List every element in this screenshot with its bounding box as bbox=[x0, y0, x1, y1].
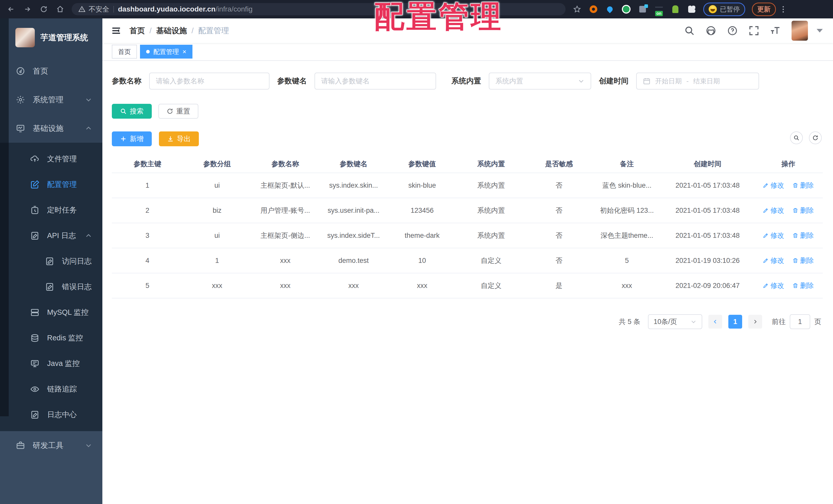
orange-ring-extension-icon[interactable] bbox=[589, 4, 598, 14]
prev-page-button[interactable] bbox=[708, 315, 722, 329]
laughing-emoji-icon bbox=[709, 5, 717, 13]
page-size-select[interactable]: 10条/页 bbox=[648, 314, 702, 329]
update-button[interactable]: 更新 bbox=[752, 3, 776, 16]
date-end-placeholder: 结束日期 bbox=[693, 77, 720, 86]
current-page-button[interactable]: 1 bbox=[728, 315, 742, 329]
param-key-input[interactable] bbox=[321, 77, 429, 85]
sidebar-item-dev-tools[interactable]: 研发工具 bbox=[0, 431, 102, 460]
goto-page-input[interactable] bbox=[790, 314, 810, 329]
help-icon[interactable] bbox=[727, 25, 738, 36]
fullscreen-icon[interactable] bbox=[748, 25, 759, 36]
font-size-icon[interactable] bbox=[770, 25, 781, 36]
sidebar-item-redis-monitor[interactable]: Redis 监控 bbox=[0, 325, 102, 351]
sidebar-item-infra[interactable]: 基础设施 bbox=[0, 114, 102, 143]
bookmark-star-icon[interactable] bbox=[572, 4, 582, 14]
chevron-left-icon bbox=[712, 319, 718, 325]
sidebar-item-mysql-monitor[interactable]: MySQL 监控 bbox=[0, 300, 102, 325]
site-security-chip[interactable]: 不安全 bbox=[78, 5, 109, 14]
sidebar-item-file-management[interactable]: 文件管理 bbox=[0, 146, 102, 172]
col-builtin: 系统内置 bbox=[456, 155, 525, 173]
breadcrumb-infra[interactable]: 基础设施 bbox=[156, 26, 187, 36]
breadcrumb-home[interactable]: 首页 bbox=[129, 26, 145, 36]
sidebar-item-tracing[interactable]: 链路追踪 bbox=[0, 376, 102, 402]
table-row: 1 ui 主框架页-默认... sys.index.skin... skin-b… bbox=[112, 173, 823, 198]
hamburger-icon[interactable] bbox=[111, 26, 121, 36]
cell-remark: xxx bbox=[592, 273, 661, 298]
tab-home[interactable]: 首页 bbox=[112, 45, 137, 58]
date-range-picker[interactable]: 开始日期 - 结束日期 bbox=[636, 73, 759, 90]
cell-param-name: 用户管理-账号... bbox=[251, 198, 319, 223]
pagination: 共 5 条 10条/页 1 前往 页 bbox=[112, 314, 823, 329]
sidebar-item-java-monitor[interactable]: Java 监控 bbox=[0, 351, 102, 376]
close-tab-icon[interactable]: × bbox=[183, 48, 186, 55]
sidebar-item-config-management[interactable]: 配置管理 bbox=[0, 172, 102, 197]
delete-link[interactable]: 删除 bbox=[792, 256, 814, 265]
overlay-page-title: 配置管理 bbox=[374, 0, 503, 37]
refresh-table-button[interactable] bbox=[809, 131, 822, 144]
next-page-button[interactable] bbox=[748, 315, 762, 329]
cell-builtin: 系统内置 bbox=[456, 198, 525, 223]
sidebar-submenu-infra: 文件管理 配置管理 定时任务 API 日志 访问日志 错误日志 bbox=[0, 143, 102, 431]
param-name-label: 参数名称 bbox=[112, 76, 142, 86]
builtin-select[interactable]: 系统内置 bbox=[489, 73, 591, 90]
col-created: 创建时间 bbox=[661, 155, 754, 173]
table-row: 4 1 xxx demo.test 10 自定义 否 5 2021-01-19 … bbox=[112, 248, 823, 273]
sidebar-item-log-center[interactable]: 日志中心 bbox=[0, 402, 102, 428]
avatar-caret-down-icon[interactable] bbox=[817, 29, 823, 32]
delete-link[interactable]: 删除 bbox=[792, 281, 814, 290]
date-start-placeholder: 开始日期 bbox=[655, 77, 682, 86]
search-button[interactable]: 搜索 bbox=[112, 104, 152, 119]
hide-search-button[interactable] bbox=[790, 131, 803, 144]
tab-config-management[interactable]: 配置管理 × bbox=[140, 45, 192, 58]
browser-reload-icon[interactable] bbox=[39, 4, 49, 14]
cell-param-group: ui bbox=[183, 173, 251, 198]
sidebar-item-access-log[interactable]: 访问日志 bbox=[0, 249, 102, 274]
sidebar-item-error-log[interactable]: 错误日志 bbox=[0, 274, 102, 300]
cell-sensitive: 否 bbox=[526, 198, 592, 223]
delete-link[interactable]: 删除 bbox=[792, 206, 814, 215]
edit-link[interactable]: 修改 bbox=[763, 281, 784, 290]
trash-icon bbox=[792, 207, 799, 213]
breadcrumb: 首页 / 基础设施 / 配置管理 bbox=[129, 26, 229, 36]
edit-link[interactable]: 修改 bbox=[763, 231, 784, 240]
blue-cube-extension-icon[interactable] bbox=[638, 4, 647, 14]
cell-param-id: 3 bbox=[112, 223, 183, 248]
delete-link[interactable]: 删除 bbox=[792, 181, 814, 190]
sidebar-item-home[interactable]: 首页 bbox=[0, 57, 102, 85]
blue-pin-extension-icon[interactable] bbox=[605, 4, 615, 14]
export-button[interactable]: 导出 bbox=[159, 131, 199, 146]
delete-link[interactable]: 删除 bbox=[792, 231, 814, 240]
adblock-extension-icon[interactable]: on bbox=[654, 4, 664, 14]
reset-button[interactable]: 重置 bbox=[159, 104, 198, 119]
user-avatar[interactable] bbox=[791, 21, 808, 41]
browser-home-icon[interactable] bbox=[55, 4, 65, 14]
edit-link[interactable]: 修改 bbox=[763, 181, 784, 190]
table-row: 5 xxx xxx xxx xxx 自定义 是 xxx 2021-02-09 2… bbox=[112, 273, 823, 298]
plus-icon bbox=[120, 135, 127, 142]
edit-pen-icon bbox=[763, 207, 769, 213]
param-name-input[interactable] bbox=[156, 77, 263, 85]
green-check-extension-icon[interactable] bbox=[621, 4, 631, 14]
logo-image bbox=[15, 28, 35, 47]
browser-menu-icon[interactable] bbox=[783, 6, 784, 12]
sidebar-item-scheduled-jobs[interactable]: 定时任务 bbox=[0, 197, 102, 223]
puzzle-extension-icon[interactable] bbox=[687, 4, 697, 14]
browser-forward-icon[interactable] bbox=[23, 4, 32, 14]
refresh-icon bbox=[167, 108, 173, 115]
cell-created: 2021-01-05 17:03:48 bbox=[661, 198, 754, 223]
add-button[interactable]: 新增 bbox=[112, 131, 152, 146]
home-icon bbox=[16, 67, 25, 76]
github-icon[interactable] bbox=[706, 25, 716, 36]
sidebar-item-system[interactable]: 系统管理 bbox=[0, 85, 102, 114]
sidebar-item-api-log[interactable]: API 日志 bbox=[0, 223, 102, 249]
edit-link[interactable]: 修改 bbox=[763, 206, 784, 215]
app-logo[interactable]: 芋道管理系统 bbox=[0, 19, 102, 57]
header-search-icon[interactable] bbox=[684, 25, 695, 36]
table-header-row: 参数主键 参数分组 参数名称 参数键名 参数键值 系统内置 是否敏感 备注 创建… bbox=[112, 155, 823, 173]
paused-badge[interactable]: 已暂停 bbox=[703, 3, 745, 16]
browser-back-icon[interactable] bbox=[6, 4, 16, 14]
edit-link[interactable]: 修改 bbox=[763, 256, 784, 265]
cell-param-key: sys.index.sideT... bbox=[319, 223, 388, 248]
green-figure-extension-icon[interactable] bbox=[670, 4, 680, 14]
config-table: 参数主键 参数分组 参数名称 参数键名 参数键值 系统内置 是否敏感 备注 创建… bbox=[112, 155, 823, 298]
